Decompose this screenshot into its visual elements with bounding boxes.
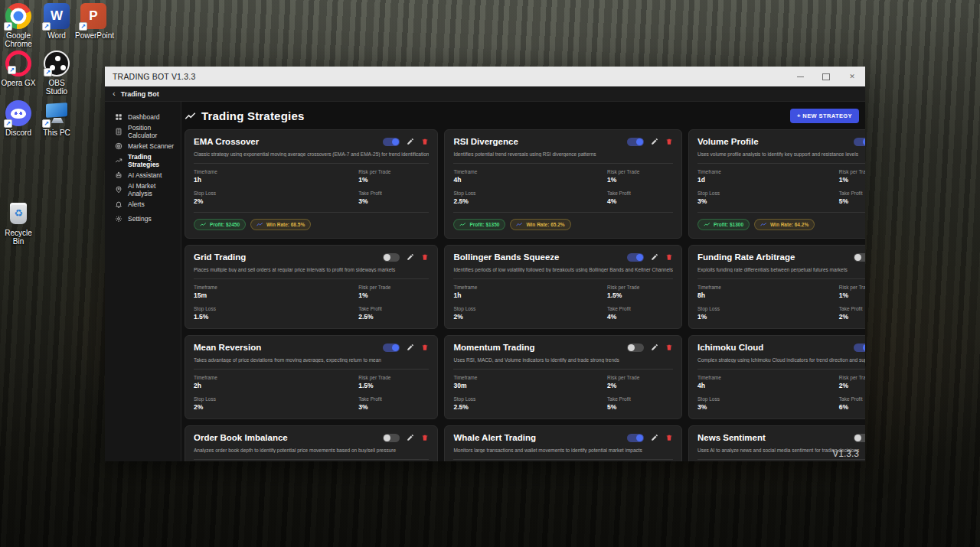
stop-loss-field: Stop Loss 2.5% <box>453 190 607 205</box>
take-profit-field: Take Profit 2% <box>839 306 865 321</box>
delete-icon[interactable] <box>421 344 429 351</box>
strategy-name: EMA Crossover <box>194 137 259 146</box>
desktop-icon-thispc[interactable]: This PC <box>38 100 75 137</box>
desktop-icon-discord[interactable]: Discord <box>0 100 37 137</box>
edit-icon[interactable] <box>651 253 658 261</box>
strategy-enabled-toggle[interactable] <box>383 344 400 352</box>
edit-icon[interactable] <box>407 253 414 261</box>
delete-icon[interactable] <box>665 138 673 145</box>
toggle-knob <box>854 435 861 441</box>
timeframe-value: 2h <box>194 382 358 389</box>
desktop-icon-recyclebin[interactable]: Recycle Bin <box>0 200 37 246</box>
edit-icon[interactable] <box>651 434 658 441</box>
edit-icon[interactable] <box>651 138 658 145</box>
sidebar-item-market-scanner[interactable]: Market Scanner <box>105 138 181 153</box>
app-nav-bar: Trading Bot <box>105 86 865 102</box>
sidebar-item-trading-strategies[interactable]: Trading Strategies <box>105 153 181 168</box>
toggle-knob <box>636 435 643 441</box>
chrome-icon[interactable] <box>5 3 31 29</box>
discord-icon[interactable] <box>5 100 31 126</box>
desktop-icon-label: Discord <box>0 129 37 137</box>
timeframe-value: 1d <box>697 176 839 184</box>
strategy-enabled-toggle[interactable] <box>854 434 865 442</box>
stop-loss-value: 3% <box>697 403 839 411</box>
risk-field: Risk per Trade 2% <box>839 375 865 389</box>
strategy-enabled-toggle[interactable] <box>854 344 865 352</box>
chart-line-icon <box>516 222 523 227</box>
timeframe-field: Timeframe 4h <box>697 375 839 389</box>
strategy-enabled-toggle[interactable] <box>627 434 644 442</box>
delete-icon[interactable] <box>421 434 429 441</box>
sidebar-item-settings[interactable]: Settings <box>105 211 181 226</box>
maximize-button[interactable] <box>813 67 839 86</box>
sidebar-item-label: Trading Strategies <box>128 153 181 168</box>
desktop-icon-powerpoint[interactable]: PowerPoint <box>75 3 112 40</box>
stop-loss-label: Stop Loss <box>453 396 607 402</box>
risk-label: Risk per Trade <box>839 169 865 174</box>
back-chevron-icon[interactable] <box>113 90 116 98</box>
delete-icon[interactable] <box>421 253 429 261</box>
recyclebin-icon[interactable] <box>5 200 31 226</box>
edit-icon[interactable] <box>407 344 414 351</box>
timeframe-field: Timeframe 1h <box>194 169 358 184</box>
risk-value: 1.5% <box>607 291 673 299</box>
strategy-enabled-toggle[interactable] <box>627 344 644 352</box>
close-button[interactable] <box>839 67 865 86</box>
stop-loss-value: 1% <box>697 313 839 321</box>
delete-icon[interactable] <box>665 434 673 441</box>
risk-value: 1.5% <box>358 382 429 389</box>
new-strategy-button[interactable]: + NEW STRATEGY <box>790 109 859 123</box>
risk-label: Risk per Trade <box>358 285 429 290</box>
desktop-icon-label: Opera GX <box>0 79 37 87</box>
delete-icon[interactable] <box>421 138 429 145</box>
risk-field: Risk per Trade 1.5% <box>358 375 429 389</box>
delete-icon[interactable] <box>665 253 673 261</box>
win-rate-badge: Win Rate: 68.5% <box>250 219 311 230</box>
window-titlebar[interactable]: TRADING BOT V1.3.3 <box>105 67 865 86</box>
edit-icon[interactable] <box>407 434 414 441</box>
strategy-enabled-toggle[interactable] <box>854 138 865 146</box>
profit-badge-label: Profit: $2450 <box>210 222 240 227</box>
strategy-enabled-toggle[interactable] <box>383 138 400 146</box>
desktop-icon-label: Google Chrome <box>0 31 37 48</box>
sidebar-item-ai-assistant[interactable]: AI Assistant <box>105 168 181 182</box>
thispc-icon[interactable] <box>44 100 70 126</box>
toggle-knob <box>392 138 399 145</box>
sidebar-item-alerts[interactable]: Alerts <box>105 197 181 211</box>
strategy-enabled-toggle[interactable] <box>627 253 644 262</box>
desktop-icon-word[interactable]: Word <box>38 3 75 40</box>
strategy-enabled-toggle[interactable] <box>383 253 400 262</box>
stop-loss-field: Stop Loss 3% <box>697 190 839 205</box>
shortcut-arrow-icon <box>42 119 51 128</box>
sidebar-item-position-calculator[interactable]: Position Calculator <box>105 124 181 138</box>
toggle-knob <box>384 435 390 441</box>
delete-icon[interactable] <box>665 344 673 351</box>
profit-badge-label: Profit: $1350 <box>469 222 499 227</box>
sidebar-item-ai-market-analysis[interactable]: AI Market Analysis <box>105 182 181 197</box>
take-profit-label: Take Profit <box>358 190 429 196</box>
stop-loss-field: Stop Loss 3% <box>697 396 839 411</box>
obs-icon[interactable] <box>44 50 70 77</box>
word-icon[interactable] <box>44 3 70 29</box>
desktop-icon-chrome[interactable]: Google Chrome <box>0 3 37 48</box>
sidebar-item-label: Position Calculator <box>128 124 181 139</box>
edit-icon[interactable] <box>651 344 658 351</box>
powerpoint-icon[interactable] <box>80 3 106 29</box>
take-profit-value: 4% <box>607 197 673 205</box>
operagx-icon[interactable] <box>5 50 31 77</box>
trend-icon <box>185 110 196 122</box>
desktop-icon-obs[interactable]: OBS Studio <box>38 50 75 96</box>
sidebar-item-dashboard[interactable]: Dashboard <box>105 109 181 124</box>
sidebar: Dashboard Position Calculator Market Sca… <box>105 102 181 461</box>
minimize-button[interactable] <box>787 67 813 86</box>
take-profit-field: Take Profit 4% <box>607 306 673 321</box>
strategy-enabled-toggle[interactable] <box>627 138 644 146</box>
timeframe-value: 8h <box>697 291 839 299</box>
strategy-enabled-toggle[interactable] <box>383 434 400 442</box>
timeframe-value: 1h <box>453 291 607 299</box>
stop-loss-label: Stop Loss <box>453 306 607 311</box>
strategy-enabled-toggle[interactable] <box>854 253 865 262</box>
desktop-icon-operagx[interactable]: Opera GX <box>0 50 37 87</box>
desktop-icon-area: Google Chrome Word PowerPoint Opera GX O… <box>0 0 122 547</box>
edit-icon[interactable] <box>407 138 414 145</box>
